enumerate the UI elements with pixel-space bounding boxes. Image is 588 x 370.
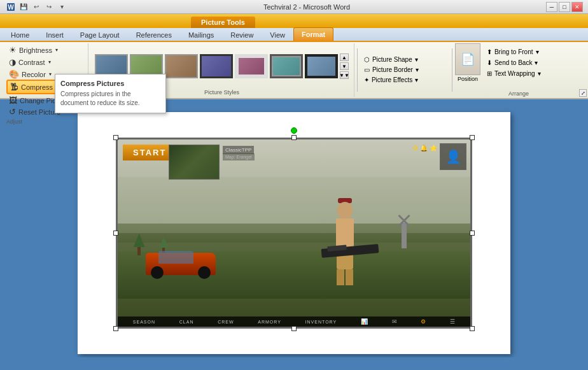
text-wrapping-button[interactable]: ⊞ Text Wrapping ▾ [483,69,545,78]
maximize-btn[interactable]: □ [559,2,570,12]
style-thumb-4[interactable] [200,54,233,78]
compress-icon: 🗜 [10,82,18,92]
send-back-icon: ⬇ [487,59,492,66]
contrast-label: Contrast [18,59,45,66]
hud-avatar: 👤 [440,143,466,170]
picture-shape-button[interactable]: ⬡ Picture Shape ▾ [360,55,449,64]
styles-scroll-down[interactable]: ▼ [340,62,349,70]
handle-bottom-right[interactable] [470,326,475,331]
position-button[interactable]: 📄 [455,43,480,75]
arrange-label: Arrange [455,89,582,97]
hud-armory: ARMORY [258,320,281,324]
send-back-dropdown: ▾ [535,59,538,66]
contrast-button[interactable]: ◑ Contrast ▾ [6,57,84,68]
hud-clan: CLAN [179,320,194,324]
style-thumb-3[interactable] [165,54,198,78]
handle-middle-right[interactable] [470,231,475,236]
styles-scroll-up[interactable]: ▲ [340,53,349,61]
quick-access-toolbar: W 💾 ↩ ↪ ▾ [5,2,67,12]
handle-bottom-center[interactable] [291,326,297,331]
position-label: Position [458,76,478,82]
windmill [402,223,407,248]
car [146,250,216,281]
tab-view[interactable]: View [262,29,293,41]
game-image[interactable]: START ClassicTPP Map: Erangel 👤 ⚙ 🔔 [116,138,472,329]
handle-top-center[interactable] [291,135,297,140]
hud-inventory: INVENTORY [305,320,337,324]
bring-front-dropdown: ▾ [536,48,539,55]
title-bar-left: W 💾 ↩ ↪ ▾ [5,2,67,12]
position-icon: 📄 [461,52,475,66]
word-icon: W [5,2,17,12]
tab-insert[interactable]: Insert [38,29,72,41]
character [336,198,354,285]
send-to-back-button[interactable]: ⬇ Send to Back ▾ [483,58,545,68]
divider-1 [357,48,358,91]
picture-border-button[interactable]: ▭ Picture Border ▾ [360,65,449,75]
text-wrapping-label: Text Wrapping [494,70,535,77]
picture-shape-dropdown: ▾ [415,56,418,63]
tree-1 [136,233,143,255]
brightness-button[interactable]: ☀ Brightness ▾ [6,45,84,55]
hud-alert-icon: ⚙ [421,318,426,325]
tooltip-description: Compress pictures in the document to red… [60,90,160,108]
hud-season: SEASON [133,320,155,324]
hud-crew: CREW [218,320,234,324]
style-thumb-7[interactable] [305,54,338,78]
styles-more[interactable]: ▼▼ [340,71,349,79]
recolor-label: Recolor [22,71,46,78]
adjust-label: Adjust [6,117,22,125]
undo-quick-btn[interactable]: ↩ [31,2,42,12]
picture-border-dropdown: ▾ [416,66,419,73]
picture-styles-label: Picture Styles [204,88,239,96]
picture-tools-label: Picture Tools [191,17,255,28]
ribbon-tabs: Home Insert Page Layout References Maili… [0,28,588,42]
hud-bottom-bar: SEASON CLAN CREW ARMORY INVENTORY 📊 ✉ ⚙ … [118,317,470,327]
brightness-dropdown-icon: ▾ [55,47,58,53]
minimize-btn[interactable]: ─ [546,2,557,12]
picture-border-label: Picture Border [372,66,413,73]
close-btn[interactable]: ✕ [571,2,583,12]
document-page: START ClassicTPP Map: Erangel 👤 ⚙ 🔔 [78,112,510,354]
picture-effects-button[interactable]: ✦ Picture Effects ▾ [360,75,449,85]
contrast-icon: ◑ [9,57,16,67]
style-thumb-6[interactable] [270,54,303,78]
picture-options-group: ⬡ Picture Shape ▾ ▭ Picture Border ▾ ✦ P… [360,43,449,97]
selected-image-container[interactable]: START ClassicTPP Map: Erangel 👤 ⚙ 🔔 [116,138,472,329]
handle-top-left[interactable] [113,135,118,140]
text-wrap-icon: ⊞ [487,70,492,77]
handle-bottom-left[interactable] [113,326,118,331]
bring-to-front-button[interactable]: ⬆ Bring to Front ▾ [483,47,545,57]
handle-top-right[interactable] [470,135,475,140]
hud-mail-icon: ✉ [392,318,397,325]
rotate-handle[interactable] [291,127,297,134]
recolor-icon: 🎨 [9,69,19,79]
picture-effects-label: Picture Effects [372,76,412,83]
redo-quick-btn[interactable]: ↪ [43,2,55,12]
save-quick-btn[interactable]: 💾 [18,2,29,12]
handle-middle-left[interactable] [113,231,118,236]
window-title: Techviral 2 - Microsoft Word [263,3,350,11]
send-to-back-label: Send to Back [494,59,532,66]
tab-page-layout[interactable]: Page Layout [72,29,128,41]
customize-quick-btn[interactable]: ▾ [56,2,67,12]
title-bar: W 💾 ↩ ↪ ▾ Techviral 2 - Microsoft Word ─… [0,0,588,14]
picture-shape-label: Picture Shape [372,56,412,63]
document-area: START ClassicTPP Map: Erangel 👤 ⚙ 🔔 [0,99,588,357]
picture-tools-bar: Picture Tools [0,14,588,28]
tab-home[interactable]: Home [3,29,38,41]
tab-references[interactable]: References [128,29,180,41]
picture-styles-collapse[interactable]: ⤢ [579,89,587,97]
window-controls: ─ □ ✕ [546,2,583,12]
contrast-dropdown-icon: ▾ [48,59,51,65]
compress-tooltip: Compress Pictures Compress pictures in t… [55,74,166,113]
divider-2 [452,48,452,91]
tab-review[interactable]: Review [222,29,262,41]
change-picture-icon: 🖼 [9,96,17,105]
tab-mailings[interactable]: Mailings [180,29,222,41]
svg-text:W: W [8,4,14,11]
game-scene: START ClassicTPP Map: Erangel 👤 ⚙ 🔔 [118,139,470,327]
brightness-icon: ☀ [9,45,17,55]
tab-format[interactable]: Format [293,27,333,41]
style-thumb-5[interactable] [235,54,268,78]
